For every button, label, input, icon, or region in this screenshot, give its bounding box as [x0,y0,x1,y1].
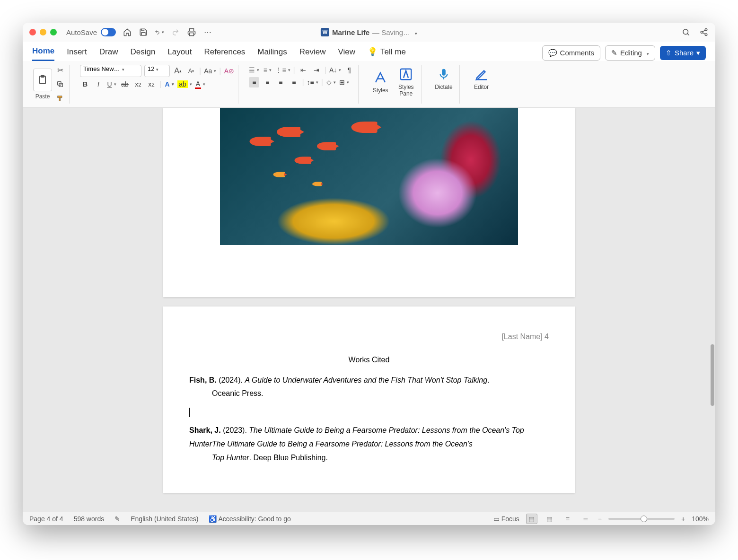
share-nodes-icon[interactable] [699,27,709,37]
tab-design[interactable]: Design [130,45,155,61]
shrink-font-icon[interactable]: A▾ [186,66,196,76]
pencil-icon: ✎ [611,49,617,57]
save-icon[interactable] [139,27,148,37]
word-window: AutoSave ⋯ W Marine Life — Saving… Home … [23,23,715,525]
home-icon[interactable] [123,27,132,37]
grow-font-icon[interactable]: A▴ [173,66,183,76]
tell-me[interactable]: 💡 Tell me [368,45,406,61]
redo-icon[interactable] [171,27,180,37]
page-4[interactable]: [Last Name] 4 Works Cited Fish, B. (2024… [163,306,575,493]
outline-view-icon[interactable]: ≡ [562,514,573,524]
tab-insert[interactable]: Insert [67,45,87,61]
font-group: Times New… 12 A▴ A▾ | Aa | A⊘ B I U ab x… [76,65,238,104]
line-spacing-icon[interactable]: ↕≡ [307,77,318,88]
citation-2: Shark, J. (2023). The Ultimate Guide to … [189,424,549,464]
comments-button[interactable]: 💬 Comments [542,45,601,61]
page-header: [Last Name] 4 [189,330,549,344]
styles-button[interactable]: Styles [369,68,392,95]
spell-check-icon[interactable]: ✎ [114,515,120,523]
editor-group: Editor [466,65,497,104]
tab-mailings[interactable]: Mailings [257,45,287,61]
show-marks-icon[interactable]: ¶ [344,65,354,75]
superscript-icon[interactable]: x2 [146,79,157,89]
language[interactable]: English (United States) [131,515,198,523]
paste-label: Paste [35,93,50,100]
web-layout-view-icon[interactable]: ▦ [544,514,555,524]
ribbon: Paste ✂ Times New… 12 A▴ A▾ | Aa | [23,61,715,108]
bold-icon[interactable]: B [80,79,90,89]
subscript-icon[interactable]: x2 [133,79,143,89]
zoom-slider[interactable] [608,518,675,520]
italic-icon[interactable]: I [93,79,104,89]
chevron-down-icon[interactable] [413,28,417,36]
share-icon: ⇧ [666,49,672,57]
numbering-icon[interactable]: ≡ [262,65,272,75]
increase-indent-icon[interactable]: ⇥ [311,65,322,75]
tab-draw[interactable]: Draw [99,45,118,61]
ellipsis-icon[interactable]: ⋯ [203,27,212,37]
tab-view[interactable]: View [338,45,355,61]
tab-home[interactable]: Home [32,44,54,61]
highlight-icon[interactable]: ab [177,79,192,89]
paste-button[interactable] [33,69,52,91]
print-icon[interactable] [187,27,196,37]
minimize-button[interactable] [40,29,46,35]
text-effects-icon[interactable]: A [164,79,175,89]
copy-icon[interactable] [55,79,65,89]
draft-view-icon[interactable]: ≣ [580,514,591,524]
switch-icon[interactable] [101,28,116,36]
shading-icon[interactable]: ◇ [326,77,336,88]
font-size-select[interactable]: 12 [144,65,170,77]
change-case-icon[interactable]: Aa [204,66,216,76]
sort-icon[interactable]: A↓ [329,65,341,75]
editor-button[interactable]: Editor [470,65,493,91]
clear-format-icon[interactable]: A⊘ [224,66,234,76]
format-painter-icon[interactable] [55,93,65,104]
inserted-image[interactable] [220,108,518,245]
justify-icon[interactable]: ≡ [289,77,299,88]
borders-icon[interactable]: ⊞ [339,77,350,88]
styles-pane-button[interactable]: Styles Pane [395,65,417,98]
page-count[interactable]: Page 4 of 4 [29,515,63,523]
editing-dropdown[interactable]: ✎ Editing [605,45,655,61]
chevron-down-icon [645,49,649,57]
tab-layout[interactable]: Layout [167,45,192,61]
print-layout-view-icon[interactable]: ▤ [526,514,537,524]
autosave-toggle[interactable]: AutoSave [66,28,116,36]
close-button[interactable] [29,29,36,35]
font-color-icon[interactable]: A [195,79,205,89]
search-icon[interactable] [681,27,691,37]
underline-icon[interactable]: U [106,79,117,89]
zoom-out-icon[interactable]: − [598,515,602,523]
clipboard-group: Paste ✂ [29,65,70,104]
chevron-down-icon: ▾ [696,49,700,57]
word-count[interactable]: 598 words [74,515,105,523]
zoom-in-icon[interactable]: + [681,515,685,523]
zoom-level[interactable]: 100% [692,515,709,523]
align-left-icon[interactable]: ≡ [249,77,259,88]
multilevel-icon[interactable]: ⋮≡ [275,65,290,75]
cursor-line[interactable] [189,405,549,419]
save-status: — Saving… [372,28,410,36]
font-name-select[interactable]: Times New… [80,65,141,77]
maximize-button[interactable] [50,29,57,35]
focus-mode[interactable]: ▭ Focus [493,515,519,523]
dictate-button[interactable]: Dictate [432,65,455,91]
undo-icon[interactable] [155,27,164,37]
decrease-indent-icon[interactable]: ⇤ [298,65,308,75]
tab-references[interactable]: References [204,45,245,61]
paragraph-group: ☰ ≡ ⋮≡ | ⇤ ⇥ | A↓ ¶ ≡ ≡ ≡ ≡ | ↕≡ [245,65,359,104]
accessibility[interactable]: ♿ Accessibility: Good to go [209,515,290,523]
tab-review[interactable]: Review [299,45,326,61]
accessibility-icon: ♿ [209,515,218,523]
align-center-icon[interactable]: ≡ [262,77,272,88]
share-button[interactable]: ⇧ Share ▾ [660,46,706,60]
scrollbar-thumb[interactable] [711,344,714,406]
document-title[interactable]: W Marine Life — Saving… [321,28,417,36]
svg-point-2 [705,29,707,31]
align-right-icon[interactable]: ≡ [275,77,286,88]
bullets-icon[interactable]: ☰ [249,65,259,75]
cut-icon[interactable]: ✂ [55,65,65,75]
document-area[interactable]: [Last Name] 4 Works Cited Fish, B. (2024… [23,108,715,512]
strikethrough-icon[interactable]: ab [120,79,130,89]
